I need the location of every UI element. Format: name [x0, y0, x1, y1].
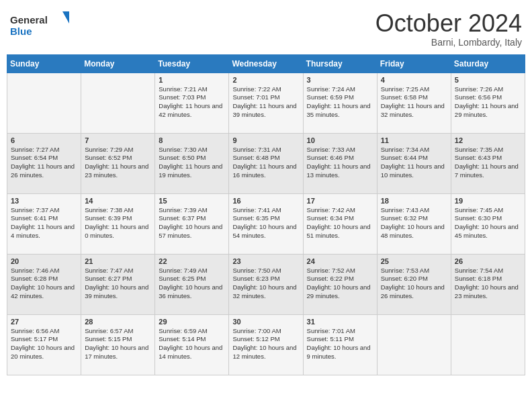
weekday-header-row: SundayMondayTuesdayWednesdayThursdayFrid…	[7, 54, 525, 73]
calendar-cell: 24Sunrise: 7:52 AMSunset: 6:22 PMDayligh…	[303, 254, 377, 314]
cell-info: Sunrise: 7:26 AMSunset: 6:56 PMDaylight:…	[455, 85, 521, 120]
cell-info: Sunrise: 7:25 AMSunset: 6:58 PMDaylight:…	[381, 85, 447, 120]
day-number: 30	[232, 318, 299, 326]
cell-info: Sunrise: 7:43 AMSunset: 6:32 PMDaylight:…	[381, 206, 447, 240]
svg-text:General: General	[10, 14, 48, 26]
day-number: 29	[159, 318, 225, 326]
calendar-cell: 1Sunrise: 7:21 AMSunset: 7:03 PMDaylight…	[155, 73, 229, 133]
calendar-cell: 21Sunrise: 7:47 AMSunset: 6:27 PMDayligh…	[81, 254, 155, 314]
cell-info: Sunrise: 6:57 AMSunset: 5:15 PMDaylight:…	[85, 327, 151, 361]
day-number: 12	[455, 136, 521, 144]
calendar-cell: 15Sunrise: 7:39 AMSunset: 6:37 PMDayligh…	[155, 193, 229, 254]
day-number: 21	[85, 257, 151, 265]
calendar-cell: 16Sunrise: 7:41 AMSunset: 6:35 PMDayligh…	[229, 193, 303, 254]
cell-info: Sunrise: 7:31 AMSunset: 6:48 PMDaylight:…	[232, 146, 299, 180]
calendar-row-4: 20Sunrise: 7:46 AMSunset: 6:28 PMDayligh…	[7, 254, 525, 314]
cell-info: Sunrise: 7:45 AMSunset: 6:30 PMDaylight:…	[455, 206, 521, 240]
cell-info: Sunrise: 7:34 AMSunset: 6:44 PMDaylight:…	[381, 146, 447, 180]
calendar-cell: 23Sunrise: 7:50 AMSunset: 6:23 PMDayligh…	[229, 254, 303, 314]
calendar-cell: 6Sunrise: 7:27 AMSunset: 6:54 PMDaylight…	[7, 133, 81, 193]
calendar-row-2: 6Sunrise: 7:27 AMSunset: 6:54 PMDaylight…	[7, 133, 525, 193]
header: General Blue October 2024 Barni, Lombard…	[7, 7, 525, 48]
calendar-cell: 25Sunrise: 7:53 AMSunset: 6:20 PMDayligh…	[377, 254, 451, 314]
calendar-cell: 28Sunrise: 6:57 AMSunset: 5:15 PMDayligh…	[81, 314, 155, 375]
day-number: 22	[159, 257, 225, 265]
calendar-cell	[377, 314, 451, 375]
day-number: 16	[232, 197, 299, 205]
cell-info: Sunrise: 7:27 AMSunset: 6:54 PMDaylight:…	[11, 146, 77, 180]
day-number: 1	[159, 76, 225, 84]
cell-info: Sunrise: 7:38 AMSunset: 6:39 PMDaylight:…	[85, 206, 151, 240]
day-number: 7	[85, 136, 151, 144]
logo-svg: General Blue	[10, 10, 71, 40]
calendar-cell: 30Sunrise: 7:00 AMSunset: 5:12 PMDayligh…	[229, 314, 303, 375]
day-number: 24	[307, 257, 373, 265]
calendar-cell: 12Sunrise: 7:35 AMSunset: 6:43 PMDayligh…	[451, 133, 525, 193]
calendar-table: SundayMondayTuesdayWednesdayThursdayFrid…	[7, 54, 525, 375]
day-number: 23	[232, 257, 299, 265]
day-number: 4	[381, 76, 447, 84]
cell-info: Sunrise: 7:01 AMSunset: 5:11 PMDaylight:…	[307, 327, 373, 361]
calendar-cell: 8Sunrise: 7:30 AMSunset: 6:50 PMDaylight…	[155, 133, 229, 193]
cell-info: Sunrise: 7:29 AMSunset: 6:52 PMDaylight:…	[85, 146, 151, 180]
calendar-cell: 10Sunrise: 7:33 AMSunset: 6:46 PMDayligh…	[303, 133, 377, 193]
calendar-cell	[81, 73, 155, 133]
calendar-cell: 31Sunrise: 7:01 AMSunset: 5:11 PMDayligh…	[303, 314, 377, 375]
calendar-cell: 18Sunrise: 7:43 AMSunset: 6:32 PMDayligh…	[377, 193, 451, 254]
calendar-cell	[451, 314, 525, 375]
weekday-header-sunday: Sunday	[7, 54, 81, 73]
calendar-row-3: 13Sunrise: 7:37 AMSunset: 6:41 PMDayligh…	[7, 193, 525, 254]
day-number: 28	[85, 318, 151, 326]
calendar-cell: 4Sunrise: 7:25 AMSunset: 6:58 PMDaylight…	[377, 73, 451, 133]
calendar-cell: 19Sunrise: 7:45 AMSunset: 6:30 PMDayligh…	[451, 193, 525, 254]
cell-info: Sunrise: 7:49 AMSunset: 6:25 PMDaylight:…	[159, 267, 225, 301]
cell-info: Sunrise: 7:21 AMSunset: 7:03 PMDaylight:…	[159, 85, 225, 120]
day-number: 10	[307, 136, 373, 144]
svg-text:Blue: Blue	[10, 26, 32, 37]
cell-info: Sunrise: 7:41 AMSunset: 6:35 PMDaylight:…	[232, 206, 299, 240]
cell-info: Sunrise: 7:52 AMSunset: 6:22 PMDaylight:…	[307, 267, 373, 301]
cell-info: Sunrise: 7:22 AMSunset: 7:01 PMDaylight:…	[232, 85, 299, 120]
calendar-cell: 13Sunrise: 7:37 AMSunset: 6:41 PMDayligh…	[7, 193, 81, 254]
calendar-cell: 3Sunrise: 7:24 AMSunset: 6:59 PMDaylight…	[303, 73, 377, 133]
svg-marker-2	[62, 11, 69, 24]
calendar-cell	[7, 73, 81, 133]
day-number: 6	[11, 136, 77, 144]
weekday-header-wednesday: Wednesday	[229, 54, 303, 73]
day-number: 15	[159, 197, 225, 205]
weekday-header-monday: Monday	[81, 54, 155, 73]
cell-info: Sunrise: 7:50 AMSunset: 6:23 PMDaylight:…	[232, 267, 299, 301]
day-number: 2	[232, 76, 299, 84]
day-number: 8	[159, 136, 225, 144]
cell-info: Sunrise: 7:47 AMSunset: 6:27 PMDaylight:…	[85, 267, 151, 301]
calendar-cell: 14Sunrise: 7:38 AMSunset: 6:39 PMDayligh…	[81, 193, 155, 254]
cell-info: Sunrise: 7:33 AMSunset: 6:46 PMDaylight:…	[307, 146, 373, 180]
calendar-cell: 7Sunrise: 7:29 AMSunset: 6:52 PMDaylight…	[81, 133, 155, 193]
cell-info: Sunrise: 7:35 AMSunset: 6:43 PMDaylight:…	[455, 146, 521, 180]
month-title: October 2024	[375, 10, 522, 37]
day-number: 14	[85, 197, 151, 205]
day-number: 26	[455, 257, 521, 265]
weekday-header-saturday: Saturday	[451, 54, 525, 73]
cell-info: Sunrise: 7:30 AMSunset: 6:50 PMDaylight:…	[159, 146, 225, 180]
title-area: October 2024 Barni, Lombardy, Italy	[375, 10, 522, 48]
day-number: 27	[11, 318, 77, 326]
calendar-cell: 2Sunrise: 7:22 AMSunset: 7:01 PMDaylight…	[229, 73, 303, 133]
calendar-cell: 26Sunrise: 7:54 AMSunset: 6:18 PMDayligh…	[451, 254, 525, 314]
calendar-row-1: 1Sunrise: 7:21 AMSunset: 7:03 PMDaylight…	[7, 73, 525, 133]
cell-info: Sunrise: 7:24 AMSunset: 6:59 PMDaylight:…	[307, 85, 373, 120]
day-number: 9	[232, 136, 299, 144]
day-number: 19	[455, 197, 521, 205]
day-number: 18	[381, 197, 447, 205]
day-number: 11	[381, 136, 447, 144]
cell-info: Sunrise: 7:00 AMSunset: 5:12 PMDaylight:…	[232, 327, 299, 361]
calendar-cell: 9Sunrise: 7:31 AMSunset: 6:48 PMDaylight…	[229, 133, 303, 193]
calendar-cell: 22Sunrise: 7:49 AMSunset: 6:25 PMDayligh…	[155, 254, 229, 314]
location: Barni, Lombardy, Italy	[375, 37, 522, 48]
calendar-row-5: 27Sunrise: 6:56 AMSunset: 5:17 PMDayligh…	[7, 314, 525, 375]
cell-info: Sunrise: 7:54 AMSunset: 6:18 PMDaylight:…	[455, 267, 521, 301]
weekday-header-tuesday: Tuesday	[155, 54, 229, 73]
calendar-cell: 5Sunrise: 7:26 AMSunset: 6:56 PMDaylight…	[451, 73, 525, 133]
cell-info: Sunrise: 7:37 AMSunset: 6:41 PMDaylight:…	[11, 206, 77, 240]
calendar-cell: 27Sunrise: 6:56 AMSunset: 5:17 PMDayligh…	[7, 314, 81, 375]
